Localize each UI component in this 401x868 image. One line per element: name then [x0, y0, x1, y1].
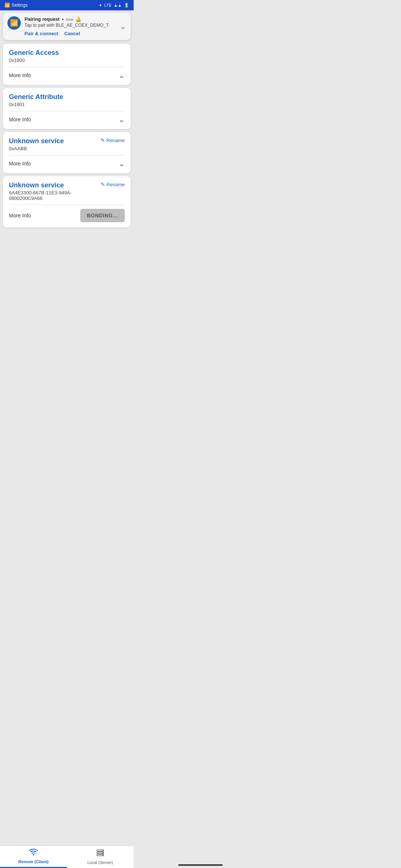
service-header-row-unknown-2: Unknown service 6A4E3300-667B-11E3-949A-…: [9, 181, 125, 201]
service-uuid-generic-access: 0x1800: [9, 57, 125, 63]
notification-time: now: [66, 17, 73, 22]
service-uuid-generic-attribute: 0x1801: [9, 102, 125, 107]
notification-subtitle: Tap to pair with BLE_AE_COEX_DEMO_T.: [25, 23, 116, 28]
chevron-down-icon-generic-access: ⌄: [118, 71, 125, 80]
main-content: Generic Access 0x1800 More Info ⌄ Generi…: [0, 42, 134, 257]
status-right: ✦ LTE ▲▲ 🔋: [99, 3, 129, 8]
service-divider-4: [9, 205, 125, 205]
notification-actions: Pair & connect Cancel: [25, 31, 116, 36]
notification-title: Pairing request: [25, 16, 60, 22]
notification-banner: 📶 Pairing request • now 🔔 Tap to pair wi…: [3, 13, 131, 40]
signal-icon: ▲▲: [114, 3, 122, 7]
more-info-label-unknown-1: More Info: [9, 161, 31, 167]
more-info-bonding-row: More Info BONDING…: [9, 209, 125, 222]
more-info-label-unknown-2: More Info: [9, 213, 31, 218]
bluetooth-status-icon: ✦: [99, 3, 102, 8]
chevron-down-icon-generic-attribute: ⌄: [118, 115, 125, 124]
status-bar: 📶 Settings ✦ LTE ▲▲ 🔋: [0, 0, 134, 10]
bonding-button[interactable]: BONDING…: [80, 209, 125, 222]
notification-separator: •: [62, 16, 64, 22]
battery-icon: 🔋: [124, 3, 129, 8]
network-label: LTE: [104, 3, 111, 7]
service-title-unknown-1: Unknown service: [9, 137, 64, 145]
service-title-generic-attribute: Generic Attribute: [9, 93, 125, 101]
chevron-down-icon-unknown-1: ⌄: [118, 159, 125, 168]
service-card-unknown-1: Unknown service 0xAABB ✎ Rename More Inf…: [3, 132, 131, 173]
service-title-unknown-2: Unknown service: [9, 181, 101, 189]
service-card-generic-attribute: Generic Attribute 0x1801 More Info ⌄: [3, 88, 131, 129]
rename-button-unknown-2[interactable]: ✎ Rename: [101, 181, 125, 187]
more-info-row-unknown-1[interactable]: More Info ⌄: [9, 159, 125, 168]
rename-label-1: Rename: [107, 138, 125, 143]
service-header-row-unknown-1: Unknown service 0xAABB ✎ Rename: [9, 137, 125, 151]
bluetooth-icon: 📶: [4, 3, 10, 8]
service-title-generic-access: Generic Access: [9, 49, 125, 57]
notification-chevron[interactable]: ⌄: [120, 22, 126, 31]
rename-icon-2: ✎: [101, 181, 105, 187]
bluetooth-notif-icon: 📶: [7, 16, 21, 30]
more-info-label-generic-attribute: More Info: [9, 116, 31, 122]
service-divider-3: [9, 155, 125, 155]
service-card-generic-access: Generic Access 0x1800 More Info ⌄: [3, 44, 131, 85]
notification-title-row: Pairing request • now 🔔: [25, 16, 116, 22]
rename-label-2: Rename: [107, 182, 125, 187]
service-card-unknown-2: Unknown service 6A4E3300-667B-11E3-949A-…: [3, 176, 131, 227]
bell-icon: 🔔: [75, 16, 81, 22]
notification-content: Pairing request • now 🔔 Tap to pair with…: [25, 16, 116, 36]
more-info-label-generic-access: More Info: [9, 72, 31, 78]
rename-icon-1: ✎: [101, 137, 105, 143]
more-info-row-generic-attribute[interactable]: More Info ⌄: [9, 115, 125, 124]
more-info-row-generic-access[interactable]: More Info ⌄: [9, 71, 125, 80]
service-divider-2: [9, 111, 125, 111]
service-uuid-unknown-2: 6A4E3300-667B-11E3-949A-0800200C9A66: [9, 190, 101, 201]
cancel-button[interactable]: Cancel: [64, 31, 80, 36]
rename-button-unknown-1[interactable]: ✎ Rename: [101, 137, 125, 143]
settings-label: Settings: [12, 3, 27, 8]
service-divider: [9, 67, 125, 67]
service-uuid-unknown-1: 0xAABB: [9, 146, 64, 151]
status-left: 📶 Settings: [4, 3, 27, 8]
pair-connect-button[interactable]: Pair & connect: [25, 31, 58, 36]
